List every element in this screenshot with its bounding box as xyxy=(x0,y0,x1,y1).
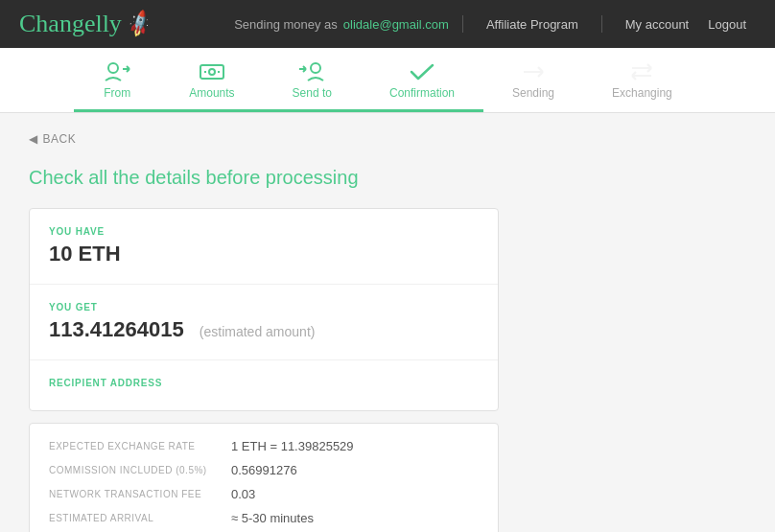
network-fee-row: NETWORK TRANSACTION FEE 0.03 xyxy=(49,487,479,501)
recipient-label: RECIPIENT ADDRESS xyxy=(49,378,479,388)
step-sending: Sending xyxy=(483,48,583,112)
logo: Changelly 🚀 xyxy=(19,10,152,38)
network-fee-key: NETWORK TRANSACTION FEE xyxy=(49,489,231,499)
logout-link[interactable]: Logout xyxy=(708,17,746,32)
divider2 xyxy=(601,15,602,33)
you-have-value: 10 ETH xyxy=(49,242,479,266)
commission-row: COMMISSION INCLUDED (0.5%) 0.56991276 xyxy=(49,463,479,477)
step-confirmation-label: Confirmation xyxy=(389,86,455,100)
step-send-to[interactable]: Send to xyxy=(264,48,361,112)
step-amounts-label: Amounts xyxy=(189,86,234,100)
user-email[interactable]: olidale@gmail.com xyxy=(343,17,449,32)
step-exchanging-label: Exchanging xyxy=(612,86,672,100)
network-fee-value: 0.03 xyxy=(231,487,255,501)
step-from-label: From xyxy=(104,86,130,100)
you-have-row: YOU HAVE 10 ETH xyxy=(30,209,498,285)
back-arrow-icon: ◀ xyxy=(29,132,38,146)
header: Changelly 🚀 Sending money as olidale@gma… xyxy=(0,0,775,48)
main-content: ◀ BACK Check all the details before proc… xyxy=(0,113,775,532)
svg-point-8 xyxy=(311,63,320,73)
exchange-rate-row: EXPECTED EXCHANGE RATE 1 ETH = 11.398255… xyxy=(49,439,479,453)
step-from[interactable]: From xyxy=(74,48,160,112)
recipient-row: RECIPIENT ADDRESS xyxy=(30,360,498,410)
commission-value: 0.56991276 xyxy=(231,463,297,477)
arrival-value: ≈ 5-30 minutes xyxy=(231,511,314,525)
step-exchanging: Exchanging xyxy=(583,48,701,112)
commission-key: COMMISSION INCLUDED (0.5%) xyxy=(49,465,231,475)
steps-nav: From Amounts Send to xyxy=(0,48,775,113)
exchange-rate-value: 1 ETH = 11.39825529 xyxy=(231,439,354,453)
exchange-rate-key: EXPECTED EXCHANGE RATE xyxy=(49,441,231,451)
affiliate-program-link[interactable]: Affiliate Program xyxy=(486,17,578,32)
step-confirmation[interactable]: Confirmation xyxy=(361,48,483,112)
back-button[interactable]: ◀ BACK xyxy=(29,132,746,146)
my-account-link[interactable]: My account xyxy=(625,17,689,32)
amounts-icon xyxy=(199,61,225,82)
header-nav: Sending money as olidale@gmail.com Affil… xyxy=(234,15,756,33)
svg-point-5 xyxy=(209,69,215,75)
you-have-label: YOU HAVE xyxy=(49,226,479,237)
divider xyxy=(462,15,463,33)
you-get-value: 113.41264015 (estimated amount) xyxy=(49,317,479,342)
step-amounts[interactable]: Amounts xyxy=(160,48,263,112)
exchanging-icon xyxy=(628,61,655,82)
you-get-row: YOU GET 113.41264015 (estimated amount) xyxy=(30,285,498,360)
rocket-icon: 🚀 xyxy=(124,8,156,39)
svg-rect-4 xyxy=(200,65,223,79)
detail-card: YOU HAVE 10 ETH YOU GET 113.41264015 (es… xyxy=(29,208,499,411)
arrival-key: ESTIMATED ARRIVAL xyxy=(49,513,231,523)
page-title: Check all the details before processing xyxy=(29,167,746,189)
from-icon xyxy=(104,61,130,82)
svg-point-0 xyxy=(108,63,118,73)
step-sending-label: Sending xyxy=(512,86,554,100)
sending-icon xyxy=(520,61,547,82)
arrival-row: ESTIMATED ARRIVAL ≈ 5-30 minutes xyxy=(49,511,479,525)
sending-label: Sending money as xyxy=(234,17,338,32)
send-to-icon xyxy=(298,61,325,82)
back-label: BACK xyxy=(43,132,77,146)
you-get-sub: (estimated amount) xyxy=(200,324,316,339)
exchange-details-card: EXPECTED EXCHANGE RATE 1 ETH = 11.398255… xyxy=(29,423,499,532)
step-send-to-label: Send to xyxy=(293,86,332,100)
confirmation-icon xyxy=(409,61,435,82)
you-get-label: YOU GET xyxy=(49,302,479,312)
